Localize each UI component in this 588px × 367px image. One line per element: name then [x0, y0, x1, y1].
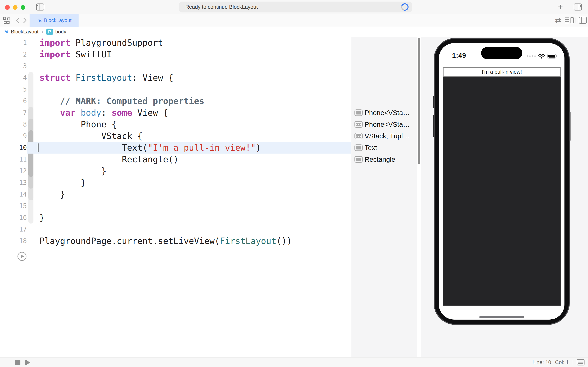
editor-and-results-layout-icon[interactable]: [565, 17, 574, 24]
breadcrumb-symbol[interactable]: body: [55, 29, 66, 35]
scrollbar-thumb[interactable]: [418, 38, 420, 164]
bottom-status-bar: Line: 10 Col: 1: [0, 357, 588, 367]
sidebar-toggle-icon[interactable]: [36, 3, 44, 10]
activity-status-text: Ready to continue BlockLayout: [185, 1, 258, 12]
swap-editors-icon[interactable]: ⇄: [555, 17, 561, 24]
editor-scrollbar[interactable]: [417, 37, 421, 357]
show-all-pages-icon[interactable]: [3, 17, 10, 24]
activity-status-pill: Ready to continue BlockLayout: [179, 1, 412, 12]
add-panel-icon[interactable]: [579, 17, 587, 24]
run-button[interactable]: [25, 359, 30, 366]
code-line-18[interactable]: 18PlaygroundPage.current.setLiveView(Fir…: [0, 235, 351, 247]
breadcrumb-separator: ›: [42, 29, 43, 35]
code-text: Phone {: [40, 119, 117, 130]
tab-label: BlockLayout: [44, 17, 72, 23]
code-text: struct FirstLayout: View {: [40, 72, 173, 83]
result-box-icon[interactable]: [354, 156, 363, 163]
result-row[interactable]: VStack, Tupl…: [351, 130, 417, 142]
code-text: Rectangle(): [40, 154, 178, 165]
code-line-1[interactable]: 1import PlaygroundSupport: [0, 37, 351, 49]
phone-bezel: 1:49 I'm a pull-in view!: [434, 38, 570, 325]
wifi-icon: [538, 53, 545, 59]
code-text: Text("I'm a pull-in view!"): [40, 142, 261, 154]
line-number: 9: [0, 130, 27, 142]
code-line-9[interactable]: 9 VStack {: [0, 130, 351, 142]
line-number: 16: [0, 212, 27, 224]
result-row[interactable]: Rectangle: [351, 154, 417, 165]
divider: [573, 360, 573, 365]
minimize-window-button[interactable]: [13, 5, 17, 10]
zoom-window-button[interactable]: [21, 5, 25, 10]
code-line-17[interactable]: 17: [0, 224, 351, 235]
multiple-results-icon[interactable]: [354, 133, 363, 139]
inspector-panel-toggle-icon[interactable]: [574, 3, 582, 10]
code-text: }: [40, 177, 86, 189]
multiple-results-icon[interactable]: [354, 121, 363, 128]
code-text: }: [40, 212, 45, 224]
progress-spinner-icon: [400, 2, 410, 12]
line-number: 1: [0, 37, 27, 49]
result-row[interactable]: Text: [351, 142, 417, 154]
property-symbol-badge: P: [46, 29, 53, 35]
phone-status-icons: [527, 53, 556, 59]
run-to-line-play-button[interactable]: [17, 252, 26, 261]
code-line-7[interactable]: 7 var body: some View {: [0, 107, 351, 119]
code-line-16[interactable]: 16}: [0, 212, 351, 224]
home-indicator: [479, 316, 524, 318]
code-line-15[interactable]: 15: [0, 200, 351, 212]
live-view-pane: 1:49 I'm a pull-in view!: [421, 37, 588, 357]
code-line-6[interactable]: 6 // MARK: Computed properties: [0, 95, 351, 107]
breadcrumb-file[interactable]: BlockLayout: [11, 29, 39, 35]
line-number: 12: [0, 165, 27, 177]
code-line-13[interactable]: 13 }: [0, 177, 351, 189]
code-text: import SwiftUI: [40, 49, 112, 60]
debug-area-toggle-icon[interactable]: [577, 359, 585, 366]
source-editor[interactable]: 1import PlaygroundSupport2import SwiftUI…: [0, 37, 351, 357]
code-line-11[interactable]: 11 Rectangle(): [0, 154, 351, 165]
code-line-14[interactable]: 14 }: [0, 189, 351, 200]
breadcrumb: BlockLayout › P body: [0, 27, 588, 37]
line-number: 8: [0, 119, 27, 130]
code-line-8[interactable]: 8 Phone {: [0, 119, 351, 130]
column-indicator: Col: 1: [555, 359, 569, 366]
dynamic-island: [481, 47, 522, 59]
code-text: }: [40, 189, 65, 200]
back-navigation-icon[interactable]: [15, 17, 21, 24]
line-number: 3: [0, 60, 27, 72]
line-number: 4: [0, 72, 27, 83]
stop-button[interactable]: [15, 360, 20, 365]
code-text: // MARK: Computed properties: [40, 95, 204, 107]
code-text: import PlaygroundSupport: [40, 37, 163, 49]
phone-screen: 1:49 I'm a pull-in view!: [439, 43, 564, 320]
line-indicator: Line: 10: [532, 359, 551, 366]
code-line-5[interactable]: 5: [0, 83, 351, 95]
line-number: 17: [0, 224, 27, 235]
result-box-icon[interactable]: [354, 109, 363, 116]
tab-blocklayout[interactable]: BlockLayout: [30, 14, 79, 27]
code-line-12[interactable]: 12 }: [0, 165, 351, 177]
code-line-3[interactable]: 3: [0, 60, 351, 72]
line-number: 11: [0, 154, 27, 165]
line-number: 13: [0, 177, 27, 189]
close-window-button[interactable]: [5, 5, 10, 10]
pull-in-text-view: I'm a pull-in view!: [443, 67, 561, 77]
code-line-2[interactable]: 2import SwiftUI: [0, 49, 351, 60]
line-number: 14: [0, 189, 27, 200]
divider: [576, 17, 576, 23]
forward-navigation-icon[interactable]: [22, 17, 28, 24]
phone-status-time: 1:49: [452, 52, 466, 59]
code-text: VStack {: [40, 130, 143, 142]
code-text: var body: some View {: [40, 107, 168, 119]
code-line-10[interactable]: 10 Text("I'm a pull-in view!"): [0, 142, 351, 154]
result-row[interactable]: Phone<VSta…: [351, 119, 417, 130]
battery-icon: [547, 54, 556, 58]
result-box-icon[interactable]: [354, 144, 363, 151]
result-row[interactable]: Phone<VSta…: [351, 107, 417, 119]
main-content: 1import PlaygroundSupport2import SwiftUI…: [0, 37, 588, 357]
result-label: Phone<VSta…: [365, 109, 410, 117]
line-number: 5: [0, 83, 27, 95]
code-line-4[interactable]: 4struct FirstLayout: View {: [0, 72, 351, 83]
text-cursor: [38, 143, 39, 152]
add-playground-page-button[interactable]: +: [556, 3, 565, 11]
tab-bar: BlockLayout ⇄: [0, 14, 588, 27]
